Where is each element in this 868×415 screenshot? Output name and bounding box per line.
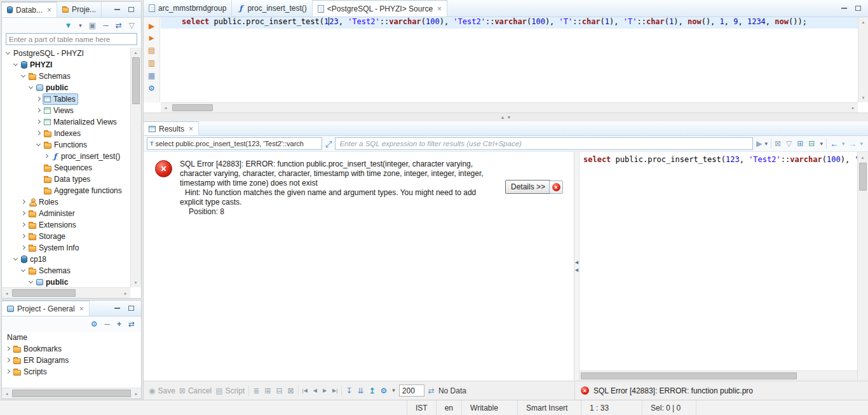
- chevron-down-icon[interactable]: [20, 267, 27, 275]
- tab-results[interactable]: Results×: [144, 121, 199, 135]
- chevron-down-icon[interactable]: [27, 84, 35, 92]
- add-row-icon[interactable]: ⊞: [264, 387, 271, 395]
- scroll-up-icon[interactable]: ▴: [858, 17, 868, 27]
- chevron-right-icon[interactable]: [20, 210, 27, 217]
- tree-item-roles[interactable]: Roles: [2, 196, 130, 208]
- tree-item-tables[interactable]: Tables: [2, 93, 130, 105]
- editor-vertical-scrollbar[interactable]: ▴ ▾: [858, 17, 868, 102]
- dropdown-icon[interactable]: ▾: [842, 139, 845, 148]
- value-horizontal-scrollbar[interactable]: [580, 371, 857, 381]
- tree-item-er-diagrams[interactable]: ER Diagrams: [2, 355, 141, 366]
- close-icon[interactable]: ×: [189, 125, 193, 133]
- last-row-icon[interactable]: ▶|: [332, 388, 337, 393]
- close-icon[interactable]: ×: [47, 6, 51, 15]
- value-viewer-panel[interactable]: select public.proc_insert_test(123, 'Tes…: [579, 152, 857, 381]
- refresh-icon[interactable]: ⇄: [116, 22, 122, 29]
- dropdown-icon[interactable]: ▾: [860, 139, 863, 148]
- tree-item-public[interactable]: public: [2, 82, 130, 93]
- apply-filter-play-icon[interactable]: ▶: [756, 140, 762, 147]
- export-data-icon[interactable]: ↥: [369, 387, 375, 395]
- tree-item-views[interactable]: Views: [2, 105, 130, 116]
- tree-item-schemas[interactable]: Schemas: [2, 265, 130, 276]
- query-log-icon[interactable]: ▦: [148, 72, 155, 79]
- tree-item-postgresql-phyzi[interactable]: PostgreSQL - PHYZI: [2, 48, 130, 59]
- language-status[interactable]: en: [436, 400, 461, 415]
- chevron-down-icon[interactable]: [20, 72, 27, 80]
- chevron-right-icon[interactable]: [20, 198, 27, 206]
- connection-filter-icon[interactable]: ▼: [64, 22, 72, 29]
- timezone-status[interactable]: IST: [407, 400, 436, 415]
- scroll-up-icon[interactable]: ▴: [131, 48, 140, 57]
- link-with-editor-icon[interactable]: ▣: [89, 22, 96, 29]
- grid-valuepanel-splitter[interactable]: ◀ ◀: [574, 152, 579, 381]
- maximize-icon[interactable]: [127, 304, 135, 312]
- expand-all-icon[interactable]: +: [117, 320, 121, 328]
- filter-icon[interactable]: ▽: [129, 22, 135, 29]
- save-button[interactable]: ◉ Save: [149, 386, 175, 395]
- writable-status[interactable]: Writable: [461, 400, 517, 415]
- first-row-icon[interactable]: |◀: [302, 388, 308, 393]
- scroll-right-icon[interactable]: ▸: [121, 289, 130, 298]
- chevron-down-icon[interactable]: [12, 61, 20, 69]
- chevron-right-icon[interactable]: [35, 130, 43, 137]
- collapse-left-icon[interactable]: ◀: [575, 268, 578, 273]
- sql-editor[interactable]: ▶▶▤▥▦⚙ select public.proc_insert_test(12…: [144, 17, 868, 113]
- settings-gear-icon[interactable]: ⚙: [91, 320, 98, 328]
- scroll-down-icon[interactable]: ▾: [131, 278, 140, 287]
- results-filter-input[interactable]: [335, 137, 753, 150]
- sash-collapse-up-icon[interactable]: ▲: [501, 115, 505, 119]
- fetch-all-rows-icon[interactable]: ⇊: [357, 387, 363, 395]
- tab-project-general[interactable]: Project - General×: [2, 301, 90, 316]
- chevron-right-icon[interactable]: [20, 233, 27, 240]
- table-name-filter-input[interactable]: [6, 33, 137, 45]
- tab-postgresql-phyzi-source[interactable]: <PostgreSQL - PHYZI> Source×: [313, 0, 447, 17]
- insert-mode-status[interactable]: Smart Insert: [517, 400, 581, 415]
- duplicate-row-icon[interactable]: ⊟: [276, 387, 282, 395]
- tree-item-extensions[interactable]: Extensions: [2, 219, 130, 231]
- sash-collapse-down-icon[interactable]: ▼: [507, 115, 512, 119]
- navigator-vertical-scrollbar[interactable]: ▴ ▾: [130, 48, 141, 287]
- maximize-icon[interactable]: [127, 6, 135, 13]
- scroll-right-icon[interactable]: ▸: [848, 103, 858, 112]
- copy-error-button[interactable]: [549, 180, 563, 194]
- script-button[interactable]: ▤ Script: [215, 386, 245, 395]
- editor-settings-gear-icon[interactable]: ⚙: [148, 85, 155, 92]
- chevron-right-icon[interactable]: [4, 357, 12, 364]
- sql-statement-line[interactable]: select public.proc_insert_test(123, 'Tes…: [161, 17, 858, 29]
- refresh-icon[interactable]: ⇄: [128, 320, 135, 328]
- chevron-right-icon[interactable]: [35, 107, 43, 114]
- tree-item-scripts[interactable]: Scripts: [2, 366, 141, 378]
- selection-status[interactable]: Sel: 0 | 0: [642, 400, 696, 415]
- close-icon[interactable]: ×: [437, 4, 442, 13]
- dropdown-icon[interactable]: ▾: [79, 23, 82, 29]
- collapse-all-icon[interactable]: ─: [104, 320, 110, 328]
- grid-settings-gear-icon[interactable]: ⚙: [381, 387, 388, 395]
- tree-item-data-types[interactable]: Data types: [2, 173, 130, 185]
- cancel-button[interactable]: ⊠ Cancel: [179, 386, 212, 395]
- tree-item-indexes[interactable]: Indexes: [2, 128, 130, 139]
- tree-item-proc-insert-test[interactable]: ƒproc_insert_test(): [2, 151, 130, 162]
- chevron-down-icon[interactable]: [35, 141, 43, 149]
- scroll-left-icon[interactable]: ◂: [2, 289, 11, 298]
- tree-item-system-info[interactable]: System Info: [2, 242, 130, 254]
- dropdown-icon[interactable]: ▾: [764, 140, 768, 147]
- chevron-right-icon[interactable]: [20, 221, 27, 229]
- value-viewer-text[interactable]: select public.proc_insert_test(123, 'Tes…: [580, 152, 857, 164]
- execute-statement-icon[interactable]: ▶: [149, 22, 154, 30]
- back-icon[interactable]: ←: [830, 139, 839, 148]
- project-horizontal-scrollbar[interactable]: ◂ ▸: [2, 388, 141, 398]
- tree-item-administer[interactable]: Administer: [2, 208, 130, 219]
- tree-item-bookmarks[interactable]: Bookmarks: [2, 343, 141, 355]
- chevron-down-icon[interactable]: [12, 255, 20, 263]
- tree-item-functions[interactable]: Functions: [2, 139, 130, 151]
- chevron-right-icon[interactable]: [43, 153, 50, 160]
- caret-position-status[interactable]: 1 : 33: [581, 400, 642, 415]
- tab-proje[interactable]: Proje...: [57, 2, 102, 17]
- results-vertical-scrollbar[interactable]: ▴: [857, 152, 868, 381]
- chevron-right-icon[interactable]: [35, 118, 43, 126]
- delete-row-icon[interactable]: ⊠: [287, 387, 294, 395]
- tree-item-storage[interactable]: Storage: [2, 231, 130, 242]
- dropdown-icon[interactable]: ▾: [820, 140, 823, 147]
- tree-item-phyzi[interactable]: PHYZI: [2, 59, 130, 71]
- collapse-all-icon[interactable]: ─: [103, 22, 109, 29]
